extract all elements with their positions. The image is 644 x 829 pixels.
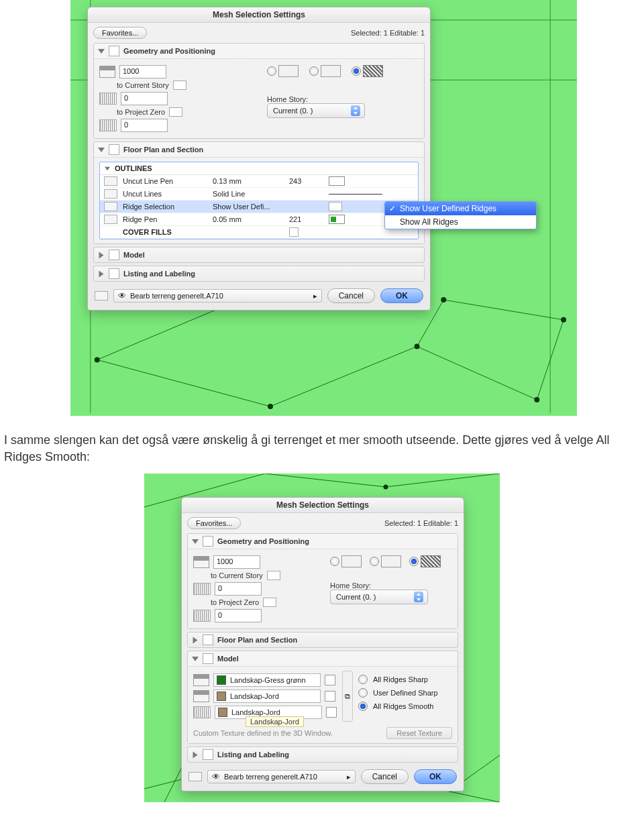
row-value: Solid Line xyxy=(213,190,286,198)
section-header-geometry[interactable]: Geometry and Positioning xyxy=(188,534,458,549)
project-zero-input[interactable]: 0 xyxy=(121,119,168,132)
section-header-geometry[interactable]: Geometry and Positioning xyxy=(94,44,424,58)
layer-selector[interactable]: 👁 Bearb terreng generelt.A710 ▸ xyxy=(113,289,322,302)
story-offset-input[interactable]: 0 xyxy=(121,92,168,105)
reset-texture-button[interactable]: Reset Texture xyxy=(386,727,452,739)
story-offset-input[interactable]: 0 xyxy=(215,582,262,596)
pen-swatch[interactable] xyxy=(329,215,345,224)
material-name: Landskap-Jord xyxy=(230,692,279,700)
outline-row[interactable]: Ridge Pen 0.05 mm 221 xyxy=(100,213,418,226)
section-header-floor-plan[interactable]: Floor Plan and Section xyxy=(188,632,458,647)
cancel-button[interactable]: Cancel xyxy=(327,288,375,303)
layer-selector[interactable]: 👁 Bearb terreng generelt.A710 ▸ xyxy=(207,770,356,783)
row-icon xyxy=(104,202,117,211)
ridges-smooth-radio[interactable] xyxy=(358,702,368,711)
ridges-user-radio[interactable] xyxy=(358,688,368,698)
surface-only-icon xyxy=(278,65,299,77)
section-title: Listing and Labeling xyxy=(123,270,195,278)
svg-line-4 xyxy=(97,360,270,406)
favorites-button[interactable]: Favorites... xyxy=(93,27,147,39)
surface-side-icon xyxy=(193,690,209,702)
material-select-side[interactable]: Landskap-Jord xyxy=(213,689,321,703)
flyout-icon[interactable] xyxy=(267,571,280,580)
section-header-listing[interactable]: Listing and Labeling xyxy=(188,747,458,762)
svg-line-9 xyxy=(443,300,564,320)
elevation-icon xyxy=(99,93,117,105)
dropdown-option-user-defined[interactable]: Show User Defined Ridges xyxy=(385,202,536,215)
flyout-icon[interactable] xyxy=(173,80,186,90)
home-story-select[interactable]: Current (0. ) xyxy=(330,590,428,604)
flyout-icon[interactable] xyxy=(169,107,182,117)
svg-line-5 xyxy=(97,307,224,360)
dropdown-option-label: Show All Ridges xyxy=(400,217,458,227)
construction-method-radio-3[interactable] xyxy=(352,66,361,76)
material-select-top[interactable]: Landskap-Gress grønn xyxy=(213,673,321,687)
surface-top-icon xyxy=(193,674,209,686)
disclosure-triangle-icon xyxy=(193,637,198,643)
ridges-sharp-radio[interactable] xyxy=(358,675,368,684)
section-geometry: Geometry and Positioning 1000 to Current… xyxy=(187,533,458,629)
ok-button[interactable]: OK xyxy=(380,288,423,303)
cover-fills-row[interactable]: COVER FILLS xyxy=(100,226,418,239)
favorites-button[interactable]: Favorites... xyxy=(187,517,241,529)
pen-swatch[interactable] xyxy=(329,176,345,186)
section-model: Model Landskap-Gress grønn Lan xyxy=(187,651,458,744)
svg-point-11 xyxy=(95,357,100,362)
outlines-header: OUTLINES xyxy=(115,164,152,172)
section-header-floor-plan[interactable]: Floor Plan and Section xyxy=(94,142,424,157)
section-geometry: Geometry and Positioning 1000 to Current… xyxy=(93,43,425,139)
construction-method-radio-2[interactable] xyxy=(309,66,319,76)
custom-texture-label: Custom Texture defined in the 3D Window. xyxy=(193,729,333,737)
svg-point-12 xyxy=(268,404,273,409)
cancel-button[interactable]: Cancel xyxy=(361,769,409,784)
section-header-model[interactable]: Model xyxy=(188,651,458,666)
eye-icon: 👁 xyxy=(118,291,126,300)
construction-method-radio-1[interactable] xyxy=(330,557,339,566)
material-popup-icon[interactable] xyxy=(326,707,337,718)
section-header-model[interactable]: Model xyxy=(94,247,424,262)
dropdown-option-all-ridges[interactable]: Show All Ridges xyxy=(385,215,536,229)
ok-button[interactable]: OK xyxy=(414,769,457,784)
dropdown-trigger-icon[interactable] xyxy=(329,202,342,211)
material-popup-icon[interactable] xyxy=(325,691,335,702)
section-header-listing[interactable]: Listing and Labeling xyxy=(94,266,424,281)
flyout-icon[interactable] xyxy=(263,598,276,607)
svg-point-16 xyxy=(441,297,446,302)
thickness-input[interactable]: 1000 xyxy=(119,65,166,78)
ridges-smooth-label: All Ridges Smooth xyxy=(373,702,434,710)
material-swatch xyxy=(218,708,227,717)
select-arrows-icon xyxy=(351,105,360,116)
elevation-icon xyxy=(193,583,211,595)
disclosure-triangle-icon[interactable] xyxy=(105,166,110,170)
project-zero-input[interactable]: 0 xyxy=(215,609,262,622)
section-floor-plan: Floor Plan and Section OUTLINES Uncut Li… xyxy=(93,142,425,244)
material-name: Landskap-Jord xyxy=(231,708,280,716)
section-title: Model xyxy=(217,655,239,663)
to-project-zero-label: to Project Zero xyxy=(211,598,259,606)
outline-row-ridge-selection[interactable]: Ridge Selection Show User Defi... xyxy=(100,201,418,213)
outline-row[interactable]: Uncut Line Pen 0.13 mm 243 xyxy=(100,175,418,188)
thickness-input[interactable]: 1000 xyxy=(213,555,260,569)
construction-method-radio-1[interactable] xyxy=(267,66,276,76)
link-materials-toggle[interactable]: ⧉ xyxy=(342,671,353,722)
tooltip: Landskap-Jord xyxy=(246,716,304,727)
svg-line-19 xyxy=(386,474,500,487)
svg-point-26 xyxy=(384,485,388,490)
listing-icon xyxy=(203,749,213,760)
outlines-table: OUTLINES Uncut Line Pen 0.13 mm 243 Uncu… xyxy=(99,162,419,239)
row-value: 0.13 mm xyxy=(213,177,286,185)
solid-body-icon xyxy=(421,555,441,567)
selection-status: Selected: 1 Editable: 1 xyxy=(384,519,458,527)
outline-row[interactable]: Uncut Lines Solid Line xyxy=(100,188,418,201)
svg-point-13 xyxy=(415,344,420,349)
home-story-select[interactable]: Current (0. ) xyxy=(267,103,365,118)
line-type-preview[interactable] xyxy=(329,194,382,195)
row-icon xyxy=(104,189,117,199)
row-value: Show User Defi... xyxy=(213,203,286,211)
construction-method-radio-3[interactable] xyxy=(409,557,419,566)
checkbox[interactable] xyxy=(289,227,299,237)
svg-line-6 xyxy=(270,347,417,406)
material-popup-icon[interactable] xyxy=(325,675,335,685)
construction-method-radio-2[interactable] xyxy=(370,557,379,566)
surface-bottom-icon xyxy=(193,706,211,718)
